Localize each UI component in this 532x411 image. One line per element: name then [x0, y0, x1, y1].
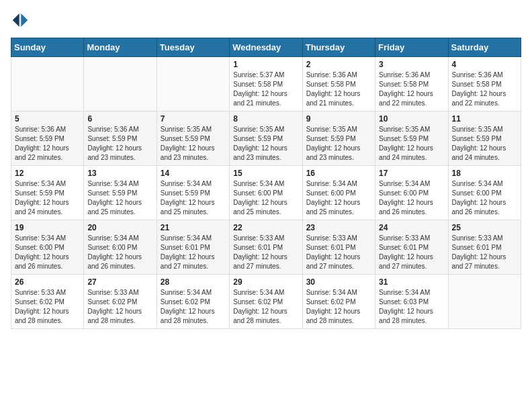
- weekday-header-row: SundayMondayTuesdayWednesdayThursdayFrid…: [11, 38, 521, 57]
- day-number: 11: [452, 114, 517, 124]
- day-info: Sunrise: 5:34 AM Sunset: 5:59 PM Dayligh…: [161, 179, 226, 217]
- day-number: 27: [87, 277, 152, 287]
- day-number: 5: [15, 114, 80, 124]
- day-number: 25: [452, 223, 517, 232]
- day-info: Sunrise: 5:34 AM Sunset: 6:03 PM Dayligh…: [379, 288, 444, 326]
- calendar-day-cell: 28Sunrise: 5:34 AM Sunset: 6:02 PM Dayli…: [157, 275, 229, 329]
- day-info: Sunrise: 5:34 AM Sunset: 6:01 PM Dayligh…: [161, 234, 226, 271]
- calendar-day-cell: 23Sunrise: 5:33 AM Sunset: 6:01 PM Dayli…: [302, 220, 375, 275]
- day-info: Sunrise: 5:35 AM Sunset: 5:59 PM Dayligh…: [379, 125, 444, 163]
- calendar-day-cell: 31Sunrise: 5:34 AM Sunset: 6:03 PM Dayli…: [375, 275, 448, 329]
- day-number: 23: [306, 223, 371, 232]
- page-header: [11, 11, 521, 30]
- day-info: Sunrise: 5:34 AM Sunset: 6:00 PM Dayligh…: [379, 179, 444, 217]
- calendar-day-cell: 2Sunrise: 5:36 AM Sunset: 5:58 PM Daylig…: [302, 57, 375, 111]
- day-info: Sunrise: 5:35 AM Sunset: 5:59 PM Dayligh…: [452, 125, 517, 163]
- calendar-day-cell: 11Sunrise: 5:35 AM Sunset: 5:59 PM Dayli…: [448, 111, 521, 166]
- day-number: 7: [161, 114, 226, 124]
- day-number: 12: [15, 169, 80, 178]
- day-number: 17: [379, 169, 444, 178]
- calendar-day-cell: [11, 57, 84, 111]
- day-number: 9: [306, 114, 371, 124]
- calendar-day-cell: 1Sunrise: 5:37 AM Sunset: 5:58 PM Daylig…: [230, 57, 302, 111]
- calendar-day-cell: 16Sunrise: 5:34 AM Sunset: 6:00 PM Dayli…: [302, 166, 375, 220]
- calendar-day-cell: 21Sunrise: 5:34 AM Sunset: 6:01 PM Dayli…: [157, 220, 229, 275]
- day-info: Sunrise: 5:36 AM Sunset: 5:59 PM Dayligh…: [87, 125, 152, 163]
- calendar-day-cell: 22Sunrise: 5:33 AM Sunset: 6:01 PM Dayli…: [230, 220, 302, 275]
- day-number: 30: [306, 277, 371, 287]
- calendar-day-cell: 7Sunrise: 5:35 AM Sunset: 5:59 PM Daylig…: [157, 111, 229, 166]
- calendar-table: SundayMondayTuesdayWednesdayThursdayFrid…: [11, 38, 521, 329]
- calendar-week-row: 26Sunrise: 5:33 AM Sunset: 6:02 PM Dayli…: [11, 275, 521, 329]
- day-info: Sunrise: 5:36 AM Sunset: 5:58 PM Dayligh…: [452, 71, 517, 108]
- calendar-day-cell: 27Sunrise: 5:33 AM Sunset: 6:02 PM Dayli…: [84, 275, 157, 329]
- weekday-header-wednesday: Wednesday: [230, 38, 302, 57]
- day-info: Sunrise: 5:34 AM Sunset: 6:00 PM Dayligh…: [233, 179, 298, 217]
- day-number: 14: [161, 169, 226, 178]
- calendar-week-row: 19Sunrise: 5:34 AM Sunset: 6:00 PM Dayli…: [11, 220, 521, 275]
- day-info: Sunrise: 5:34 AM Sunset: 6:02 PM Dayligh…: [233, 288, 298, 326]
- day-info: Sunrise: 5:34 AM Sunset: 5:59 PM Dayligh…: [15, 179, 80, 217]
- weekday-header-monday: Monday: [84, 38, 157, 57]
- day-info: Sunrise: 5:34 AM Sunset: 6:02 PM Dayligh…: [306, 288, 371, 326]
- calendar-day-cell: 26Sunrise: 5:33 AM Sunset: 6:02 PM Dayli…: [11, 275, 84, 329]
- calendar-day-cell: 10Sunrise: 5:35 AM Sunset: 5:59 PM Dayli…: [375, 111, 448, 166]
- day-info: Sunrise: 5:37 AM Sunset: 5:58 PM Dayligh…: [233, 71, 298, 108]
- calendar-day-cell: 13Sunrise: 5:34 AM Sunset: 5:59 PM Dayli…: [84, 166, 157, 220]
- day-info: Sunrise: 5:35 AM Sunset: 5:59 PM Dayligh…: [161, 125, 226, 163]
- calendar-day-cell: 12Sunrise: 5:34 AM Sunset: 5:59 PM Dayli…: [11, 166, 84, 220]
- day-info: Sunrise: 5:34 AM Sunset: 6:00 PM Dayligh…: [306, 179, 371, 217]
- day-info: Sunrise: 5:35 AM Sunset: 5:59 PM Dayligh…: [306, 125, 371, 163]
- day-number: 31: [379, 277, 444, 287]
- calendar-day-cell: 4Sunrise: 5:36 AM Sunset: 5:58 PM Daylig…: [448, 57, 521, 111]
- day-number: 19: [15, 223, 80, 232]
- calendar-day-cell: 9Sunrise: 5:35 AM Sunset: 5:59 PM Daylig…: [302, 111, 375, 166]
- day-number: 20: [87, 223, 152, 232]
- weekday-header-saturday: Saturday: [448, 38, 521, 57]
- calendar-week-row: 1Sunrise: 5:37 AM Sunset: 5:58 PM Daylig…: [11, 57, 521, 111]
- calendar-day-cell: [448, 275, 521, 329]
- weekday-header-thursday: Thursday: [302, 38, 375, 57]
- day-info: Sunrise: 5:36 AM Sunset: 5:58 PM Dayligh…: [306, 71, 371, 108]
- day-info: Sunrise: 5:33 AM Sunset: 6:01 PM Dayligh…: [233, 234, 298, 271]
- day-number: 13: [87, 169, 152, 178]
- weekday-header-sunday: Sunday: [11, 38, 84, 57]
- day-number: 6: [87, 114, 152, 124]
- day-info: Sunrise: 5:36 AM Sunset: 5:58 PM Dayligh…: [379, 71, 444, 108]
- calendar-day-cell: 3Sunrise: 5:36 AM Sunset: 5:58 PM Daylig…: [375, 57, 448, 111]
- day-info: Sunrise: 5:35 AM Sunset: 5:59 PM Dayligh…: [233, 125, 298, 163]
- weekday-header-tuesday: Tuesday: [157, 38, 229, 57]
- day-info: Sunrise: 5:34 AM Sunset: 6:02 PM Dayligh…: [161, 288, 226, 326]
- calendar-day-cell: 18Sunrise: 5:34 AM Sunset: 6:00 PM Dayli…: [448, 166, 521, 220]
- day-info: Sunrise: 5:33 AM Sunset: 6:01 PM Dayligh…: [306, 234, 371, 271]
- day-info: Sunrise: 5:34 AM Sunset: 6:00 PM Dayligh…: [87, 234, 152, 271]
- svg-marker-2: [13, 13, 19, 27]
- day-number: 16: [306, 169, 371, 178]
- calendar-week-row: 5Sunrise: 5:36 AM Sunset: 5:59 PM Daylig…: [11, 111, 521, 166]
- calendar-day-cell: 6Sunrise: 5:36 AM Sunset: 5:59 PM Daylig…: [84, 111, 157, 166]
- calendar-day-cell: [157, 57, 229, 111]
- day-info: Sunrise: 5:34 AM Sunset: 5:59 PM Dayligh…: [87, 179, 152, 217]
- calendar-day-cell: 19Sunrise: 5:34 AM Sunset: 6:00 PM Dayli…: [11, 220, 84, 275]
- day-number: 15: [233, 169, 298, 178]
- day-info: Sunrise: 5:33 AM Sunset: 6:02 PM Dayligh…: [87, 288, 152, 326]
- calendar-day-cell: 15Sunrise: 5:34 AM Sunset: 6:00 PM Dayli…: [230, 166, 302, 220]
- calendar-day-cell: 17Sunrise: 5:34 AM Sunset: 6:00 PM Dayli…: [375, 166, 448, 220]
- calendar-day-cell: 29Sunrise: 5:34 AM Sunset: 6:02 PM Dayli…: [230, 275, 302, 329]
- day-number: 26: [15, 277, 80, 287]
- day-info: Sunrise: 5:36 AM Sunset: 5:59 PM Dayligh…: [15, 125, 80, 163]
- calendar-day-cell: [84, 57, 157, 111]
- day-info: Sunrise: 5:34 AM Sunset: 6:00 PM Dayligh…: [452, 179, 517, 217]
- calendar-day-cell: 5Sunrise: 5:36 AM Sunset: 5:59 PM Daylig…: [11, 111, 84, 166]
- calendar-day-cell: 8Sunrise: 5:35 AM Sunset: 5:59 PM Daylig…: [230, 111, 302, 166]
- weekday-header-friday: Friday: [375, 38, 448, 57]
- day-number: 8: [233, 114, 298, 124]
- logo: [11, 11, 32, 30]
- day-number: 29: [233, 277, 298, 287]
- day-number: 1: [233, 60, 298, 69]
- day-info: Sunrise: 5:33 AM Sunset: 6:01 PM Dayligh…: [379, 234, 444, 271]
- day-number: 2: [306, 60, 371, 69]
- day-info: Sunrise: 5:33 AM Sunset: 6:02 PM Dayligh…: [15, 288, 80, 326]
- svg-marker-1: [21, 13, 28, 27]
- day-number: 3: [379, 60, 444, 69]
